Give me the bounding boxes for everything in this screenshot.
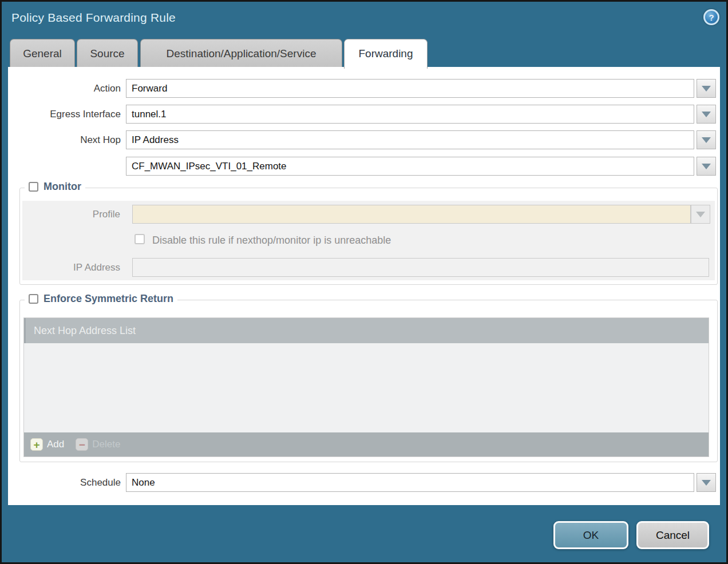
monitor-checkbox[interactable] [29, 182, 38, 192]
next-hop-address-list-column-header: Next Hop Address List [24, 318, 709, 343]
tab-forwarding[interactable]: Forwarding [344, 39, 428, 69]
dialog-title: Policy Based Forwarding Rule [11, 11, 176, 25]
enforce-symmetric-return-legend-label: Enforce Symmetric Return [43, 293, 173, 305]
tab-destination-application-service[interactable]: Destination/Application/Service [140, 39, 342, 67]
disable-rule-row: Disable this rule if nexthop/monitor ip … [20, 234, 717, 247]
add-button[interactable]: + Add [30, 438, 64, 451]
next-hop-address-select[interactable]: CF_MWAN_IPsec_VTI_01_Remote [126, 157, 694, 176]
pbf-rule-dialog: Policy Based Forwarding Rule ? General S… [0, 0, 728, 564]
monitor-legend-label: Monitor [43, 181, 81, 193]
ok-button[interactable]: OK [553, 521, 628, 549]
schedule-select[interactable]: None [126, 473, 694, 492]
action-dropdown-button[interactable] [697, 79, 716, 98]
next-hop-address-table-toolbar: + Add − Delete [24, 432, 709, 456]
enforce-symmetric-return-checkbox[interactable] [29, 294, 38, 304]
profile-select [132, 205, 691, 224]
delete-button: − Delete [76, 438, 120, 451]
help-button[interactable]: ? [703, 9, 719, 25]
tab-source[interactable]: Source [77, 39, 138, 67]
egress-interface-row: Egress Interface tunnel.1 [8, 105, 720, 124]
plus-icon: + [30, 438, 43, 451]
profile-dropdown-button [691, 205, 710, 224]
chevron-down-icon [702, 480, 711, 486]
egress-interface-label: Egress Interface [8, 105, 121, 124]
next-hop-row: Next Hop IP Address [8, 130, 720, 149]
next-hop-address-table-body [24, 343, 709, 432]
forwarding-tab-panel: Action Forward Egress Interface tunnel.1… [8, 67, 720, 505]
next-hop-type-dropdown-button[interactable] [697, 130, 716, 149]
egress-interface-select[interactable]: tunnel.1 [126, 105, 694, 124]
chevron-down-icon [696, 212, 705, 217]
tab-general[interactable]: General [10, 39, 75, 67]
add-button-label: Add [47, 439, 64, 450]
monitor-section: Monitor Profile Disable this rule if nex… [19, 188, 718, 285]
monitor-legend: Monitor [25, 181, 85, 193]
delete-button-label: Delete [92, 439, 120, 450]
profile-label: Profile [20, 205, 120, 224]
monitor-ip-label: IP Address [20, 258, 120, 277]
schedule-row: Schedule None [8, 473, 720, 492]
monitor-ip-input [132, 258, 709, 277]
cancel-button[interactable]: Cancel [636, 521, 709, 549]
disable-rule-label: Disable this rule if nexthop/monitor ip … [152, 234, 391, 247]
chevron-down-icon [702, 137, 711, 143]
next-hop-address-row: CF_MWAN_IPsec_VTI_01_Remote [8, 157, 720, 176]
help-icon: ? [709, 13, 714, 22]
chevron-down-icon [702, 86, 711, 92]
schedule-label: Schedule [8, 473, 121, 492]
next-hop-address-table: Next Hop Address List + Add − Delete [23, 317, 709, 457]
next-hop-address-dropdown-button[interactable] [697, 157, 716, 176]
enforce-symmetric-return-section: Enforce Symmetric Return Next Hop Addres… [19, 300, 718, 462]
schedule-dropdown-button[interactable] [697, 473, 716, 492]
chevron-down-icon [702, 164, 711, 169]
action-row: Action Forward [8, 79, 720, 98]
profile-row: Profile [20, 205, 717, 224]
disable-rule-checkbox [134, 234, 145, 244]
action-select[interactable]: Forward [126, 79, 694, 98]
egress-interface-dropdown-button[interactable] [697, 105, 716, 124]
next-hop-type-select[interactable]: IP Address [126, 130, 694, 149]
next-hop-label: Next Hop [8, 130, 121, 149]
action-label: Action [8, 79, 121, 98]
enforce-symmetric-return-legend: Enforce Symmetric Return [25, 293, 177, 305]
minus-icon: − [76, 438, 88, 451]
chevron-down-icon [702, 112, 711, 117]
monitor-ip-row: IP Address [20, 258, 717, 277]
